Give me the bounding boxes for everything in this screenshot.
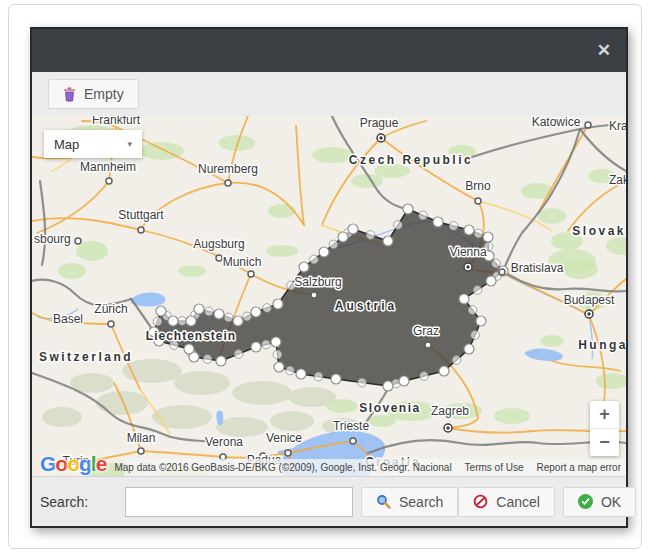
polygon-vertex-handle[interactable] [483, 232, 493, 242]
zoom-in-button[interactable]: + [590, 401, 619, 429]
polygon-vertex-handle[interactable] [168, 316, 178, 326]
polygon-vertex-handle[interactable] [319, 247, 329, 257]
polygon-midpoint-handle[interactable] [243, 312, 252, 321]
polygon-midpoint-handle[interactable] [329, 240, 338, 249]
polygon-vertex-handle[interactable] [403, 204, 413, 214]
road [296, 126, 304, 225]
polygon-midpoint-handle[interactable] [178, 317, 187, 326]
forest-patch [606, 237, 626, 255]
polygon-vertex-handle[interactable] [464, 344, 474, 354]
polygon-midpoint-handle[interactable] [262, 340, 271, 349]
polygon-vertex-handle[interactable] [433, 217, 443, 227]
polygon-midpoint-handle[interactable] [234, 350, 243, 359]
polygon-vertex-handle[interactable] [274, 362, 284, 372]
map-type-selector[interactable]: Map ▾ [44, 130, 142, 158]
search-button-label: Search [399, 494, 443, 510]
polygon-vertex-handle[interactable] [233, 316, 243, 326]
polygon-midpoint-handle[interactable] [492, 259, 501, 268]
city-label: Zagreb [431, 404, 469, 418]
country-label: Liechtenstein [146, 329, 236, 343]
polygon-vertex-handle[interactable] [194, 304, 204, 314]
trash-icon [63, 87, 76, 102]
capital-marker-dot [379, 136, 382, 139]
polygon-vertex-handle[interactable] [271, 337, 281, 347]
polygon-vertex-handle[interactable] [156, 306, 166, 316]
polygon-midpoint-handle[interactable] [153, 317, 162, 326]
polygon-vertex-handle[interactable] [299, 262, 309, 272]
map-canvas[interactable]: FrankfurtMannheimNurembergStuttgartAugsb… [32, 116, 626, 476]
polygon-vertex-handle[interactable] [251, 307, 261, 317]
polygon-midpoint-handle[interactable] [452, 356, 461, 365]
search-button[interactable]: Search [361, 487, 458, 517]
alpine-terrain [216, 417, 268, 437]
polygon-vertex-handle[interactable] [439, 366, 449, 376]
country-label: Hunga [578, 338, 626, 352]
search-icon [376, 494, 391, 509]
polygon-vertex-handle[interactable] [383, 236, 393, 246]
polygon-midpoint-handle[interactable] [203, 355, 212, 364]
polygon-midpoint-handle[interactable] [314, 372, 323, 381]
polygon-midpoint-handle[interactable] [205, 307, 214, 316]
close-icon[interactable]: ✕ [597, 42, 611, 59]
empty-button[interactable]: Empty [48, 79, 139, 109]
polygon-vertex-handle[interactable] [464, 225, 474, 235]
polygon-midpoint-handle[interactable] [224, 313, 233, 322]
polygon-vertex-handle[interactable] [251, 342, 261, 352]
polygon-midpoint-handle[interactable] [474, 229, 483, 238]
google-logo[interactable]: Google [40, 452, 106, 476]
polygon-vertex-handle[interactable] [214, 309, 224, 319]
polygon-vertex-handle[interactable] [184, 344, 194, 354]
ok-button[interactable]: OK [563, 487, 636, 517]
country-border [368, 440, 626, 453]
city-marker [248, 271, 254, 277]
forest-patch [266, 245, 298, 257]
city-label: Augsburg [193, 237, 244, 251]
map-zoom-control: + − [590, 401, 619, 456]
polygon-vertex-handle[interactable] [186, 316, 196, 326]
polygon-vertex-handle[interactable] [399, 376, 409, 386]
country-label: Switzerland [39, 350, 133, 364]
empty-button-label: Empty [84, 86, 124, 102]
capital-marker-dot [446, 426, 449, 429]
forest-patch [312, 147, 352, 163]
zoom-out-button[interactable]: − [590, 429, 619, 456]
city-marker [475, 198, 481, 204]
city-marker [108, 321, 114, 327]
report-map-error-link[interactable]: Report a map error [537, 462, 621, 473]
chevron-down-icon: ▾ [127, 139, 132, 149]
search-input[interactable] [125, 487, 353, 517]
polygon-midpoint-handle[interactable] [468, 306, 477, 315]
polygon-midpoint-handle[interactable] [310, 255, 319, 264]
polygon-vertex-handle[interactable] [216, 356, 226, 366]
polygon-vertex-handle[interactable] [273, 299, 283, 309]
polygon-midpoint-handle[interactable] [449, 222, 458, 231]
polygon-vertex-handle[interactable] [476, 316, 486, 326]
polygon-midpoint-handle[interactable] [273, 350, 282, 359]
dialog-toolbar: Empty [32, 72, 626, 116]
terms-of-use-link[interactable]: Terms of Use [465, 462, 524, 473]
polygon-midpoint-handle[interactable] [366, 231, 375, 240]
city-label: Prague [360, 116, 399, 130]
polygon-midpoint-handle[interactable] [286, 366, 295, 375]
polygon-midpoint-handle[interactable] [358, 378, 367, 387]
polygon-vertex-handle[interactable] [383, 381, 393, 391]
polygon-midpoint-handle[interactable] [473, 286, 482, 295]
polygon-midpoint-handle[interactable] [419, 211, 428, 220]
forest-patch [76, 241, 108, 261]
polygon-vertex-handle[interactable] [486, 276, 496, 286]
polygon-midpoint-handle[interactable] [263, 304, 272, 313]
city-marker [350, 438, 356, 444]
polygon-vertex-handle[interactable] [338, 232, 348, 242]
polygon-vertex-handle[interactable] [331, 374, 341, 384]
polygon-vertex-handle[interactable] [459, 294, 469, 304]
polygon-midpoint-handle[interactable] [471, 331, 480, 340]
polygon-vertex-handle[interactable] [348, 224, 358, 234]
polygon-midpoint-handle[interactable] [420, 372, 429, 381]
cancel-button[interactable]: Cancel [458, 487, 555, 517]
polygon-vertex-handle[interactable] [296, 369, 306, 379]
forest-patch [521, 183, 553, 199]
forest-patch [596, 373, 626, 389]
forest-patch [368, 415, 396, 427]
city-label: Budapest [564, 293, 615, 307]
polygon-midpoint-handle[interactable] [394, 221, 403, 230]
